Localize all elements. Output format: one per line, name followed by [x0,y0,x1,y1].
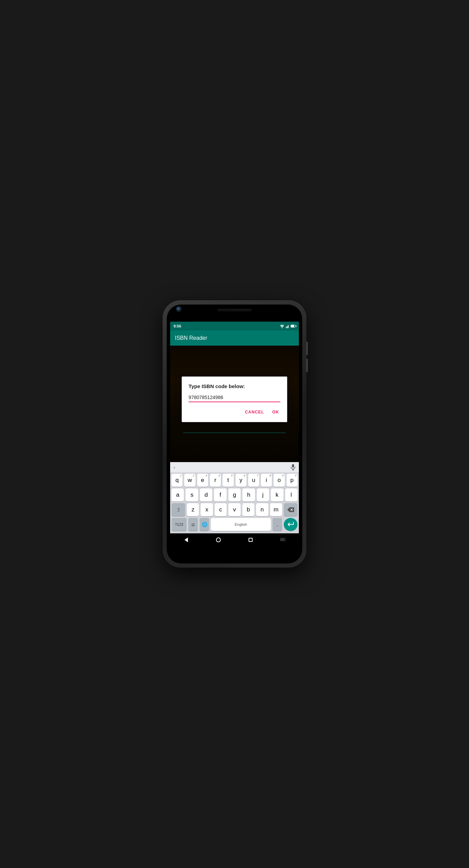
svg-rect-3 [288,325,289,328]
key-c[interactable]: c [215,503,227,516]
svg-point-0 [282,327,282,328]
key-e[interactable]: 3e [197,474,208,487]
key-space[interactable]: English [211,518,271,531]
key-shift[interactable]: ⇧ [172,503,185,516]
key-z[interactable]: z [187,503,199,516]
svg-rect-12 [283,538,283,539]
svg-rect-2 [287,326,288,328]
key-f[interactable]: f [214,488,226,501]
svg-rect-16 [284,540,284,540]
phone-camera [176,307,181,311]
svg-rect-10 [281,538,281,539]
signal-icon [286,324,289,328]
key-backspace[interactable] [284,503,297,516]
key-enter[interactable] [284,518,297,531]
key-b[interactable]: b [242,503,254,516]
dialog-input-wrapper [189,394,280,402]
nav-keyboard-button[interactable] [276,535,290,545]
key-v[interactable]: v [228,503,240,516]
phone-device: 9:56 [163,300,306,568]
phone-screen: 9:56 [167,305,302,563]
key-m[interactable]: m [270,503,282,516]
key-k[interactable]: k [271,488,283,501]
key-j[interactable]: j [257,488,269,501]
battery-icon [291,325,295,327]
key-n[interactable]: n [256,503,268,516]
key-a[interactable]: a [172,488,184,501]
back-icon [185,537,188,542]
key-h[interactable]: h [242,488,255,501]
key-q[interactable]: 1q [172,474,182,487]
app-bar: ISBN Reader [170,331,299,346]
keyboard: 1q 2w 3e 4r 5t 6y 7u 8i 9o 0p a s [170,472,299,533]
phone-speaker [217,309,252,311]
cancel-button[interactable]: CANCEL [243,408,265,417]
key-o[interactable]: 9o [274,474,284,487]
status-icons [280,324,295,328]
key-s[interactable]: s [186,488,198,501]
key-t[interactable]: 5t [223,474,233,487]
camera-view: Type ISBN code below: CANCEL OK [170,346,299,462]
key-g[interactable]: g [228,488,241,501]
nav-home-button[interactable] [212,535,225,545]
key-l[interactable]: l [285,488,297,501]
key-emoji[interactable]: ☺ [188,518,198,531]
key-row-2: a s d f g h j k l [172,488,297,501]
svg-rect-14 [281,540,281,540]
app-title: ISBN Reader [175,335,207,341]
key-i[interactable]: 8i [261,474,272,487]
keyboard-expand-button[interactable]: › [174,465,175,470]
status-time: 9:56 [174,324,181,328]
keyboard-rows: 1q 2w 3e 4r 5t 6y 7u 8i 9o 0p a s [170,472,299,533]
key-globe[interactable]: 🌐 [200,518,209,531]
svg-rect-1 [286,327,287,328]
key-x[interactable]: x [201,503,213,516]
key-r[interactable]: 4r [210,474,221,487]
nav-recents-button[interactable] [244,535,257,545]
svg-rect-13 [284,538,284,539]
recents-icon [249,538,253,542]
home-icon [216,537,221,542]
key-d[interactable]: d [200,488,212,501]
scan-line [183,433,286,433]
svg-rect-15 [282,540,283,540]
key-y[interactable]: 6y [236,474,246,487]
key-row-4: ?123 ☺ 🌐 English . [172,518,297,531]
wifi-icon [280,324,284,328]
keyboard-toolbar: › [170,462,299,472]
svg-rect-11 [282,538,282,539]
screen-content: 9:56 [170,322,299,546]
svg-rect-4 [292,464,294,468]
nav-bar [170,533,299,546]
key-period[interactable]: . [272,518,282,531]
keyboard-mic-button[interactable] [291,464,295,470]
isbn-dialog: Type ISBN code below: CANCEL OK [182,376,287,422]
isbn-input[interactable] [189,394,280,401]
key-u[interactable]: 7u [248,474,259,487]
dialog-title: Type ISBN code below: [189,383,280,389]
dialog-buttons: CANCEL OK [189,408,280,419]
key-p[interactable]: 0p [287,474,297,487]
key-row-1: 1q 2w 3e 4r 5t 6y 7u 8i 9o 0p [172,474,297,487]
key-w[interactable]: 2w [184,474,195,487]
key-row-3: ⇧ z x c v b n m [172,503,297,516]
status-bar: 9:56 [170,322,299,331]
nav-back-button[interactable] [179,535,193,545]
key-123[interactable]: ?123 [172,518,187,531]
ok-button[interactable]: OK [271,408,280,417]
svg-rect-9 [280,538,286,541]
volume-up-button[interactable] [306,342,308,355]
volume-down-button[interactable] [306,359,308,372]
